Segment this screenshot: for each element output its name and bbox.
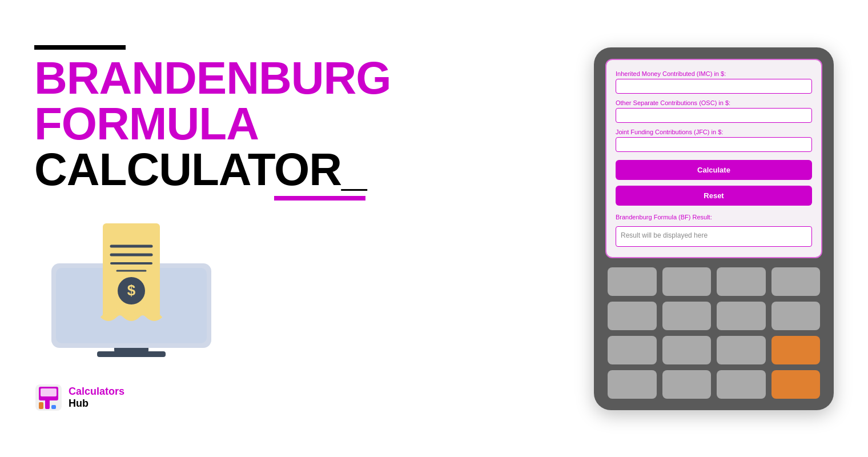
- title-line-purple-1: BRANDENBURG: [34, 55, 405, 101]
- svg-rect-16: [45, 399, 50, 409]
- svg-rect-1: [97, 351, 166, 357]
- calculator-device: Inherited Money Contributed (IMC) in $: …: [594, 47, 834, 410]
- key-14[interactable]: [662, 370, 712, 399]
- key-13[interactable]: [608, 370, 657, 399]
- key-enter-2[interactable]: [771, 370, 821, 399]
- title-line-black: CALCULATOR_: [34, 147, 405, 193]
- key-2[interactable]: [662, 267, 712, 296]
- receipt-illustration: $: [34, 218, 228, 372]
- key-15[interactable]: [717, 370, 766, 399]
- osc-label: Other Separate Contributions (OSC) in $:: [616, 99, 812, 106]
- brand-logo: Calculators Hub: [34, 383, 405, 412]
- svg-rect-14: [41, 388, 57, 396]
- black-bar-top: [34, 45, 126, 50]
- calculator-screen: Inherited Money Contributed (IMC) in $: …: [605, 59, 822, 258]
- illustration-area: $: [34, 218, 405, 378]
- jfc-label: Joint Funding Contributions (JFC) in $:: [616, 129, 812, 135]
- imc-input[interactable]: [616, 79, 812, 94]
- key-11[interactable]: [717, 336, 766, 364]
- keypad: [605, 267, 822, 399]
- logo-icon: [34, 383, 63, 412]
- purple-underline: [274, 196, 365, 201]
- calculator-wrapper: Inherited Money Contributed (IMC) in $: …: [594, 47, 834, 410]
- brand-name-bottom: Hub: [69, 398, 124, 410]
- brand-name-top: Calculators: [69, 386, 124, 398]
- osc-input[interactable]: [616, 108, 812, 123]
- imc-label: Inherited Money Contributed (IMC) in $:: [616, 70, 812, 77]
- jfc-field-group: Joint Funding Contributions (JFC) in $:: [616, 129, 812, 152]
- osc-field-group: Other Separate Contributions (OSC) in $:: [616, 99, 812, 123]
- key-1[interactable]: [608, 267, 657, 296]
- key-7[interactable]: [717, 302, 766, 330]
- result-label: Brandenburg Formula (BF) Result:: [616, 214, 812, 221]
- title-black-text: CALCULATOR_: [34, 147, 367, 193]
- key-8[interactable]: [771, 302, 821, 330]
- key-5[interactable]: [608, 302, 657, 330]
- imc-field-group: Inherited Money Contributed (IMC) in $:: [616, 70, 812, 94]
- key-10[interactable]: [662, 336, 712, 364]
- svg-rect-15: [39, 402, 43, 409]
- key-9[interactable]: [608, 336, 657, 364]
- key-enter[interactable]: [771, 336, 821, 364]
- reset-button[interactable]: Reset: [616, 186, 812, 206]
- calculate-button[interactable]: Calculate: [616, 160, 812, 180]
- title-line-purple-2: FORMULA: [34, 101, 405, 147]
- key-4[interactable]: [771, 267, 821, 296]
- key-3[interactable]: [717, 267, 766, 296]
- brand-name: Calculators Hub: [69, 386, 124, 410]
- jfc-input[interactable]: [616, 137, 812, 152]
- result-display: Result will be displayed here: [616, 226, 812, 247]
- left-section: BRANDENBURG FORMULA CALCULATOR_ $: [34, 45, 405, 412]
- svg-text:$: $: [127, 282, 136, 299]
- svg-rect-17: [51, 405, 56, 409]
- key-6[interactable]: [662, 302, 712, 330]
